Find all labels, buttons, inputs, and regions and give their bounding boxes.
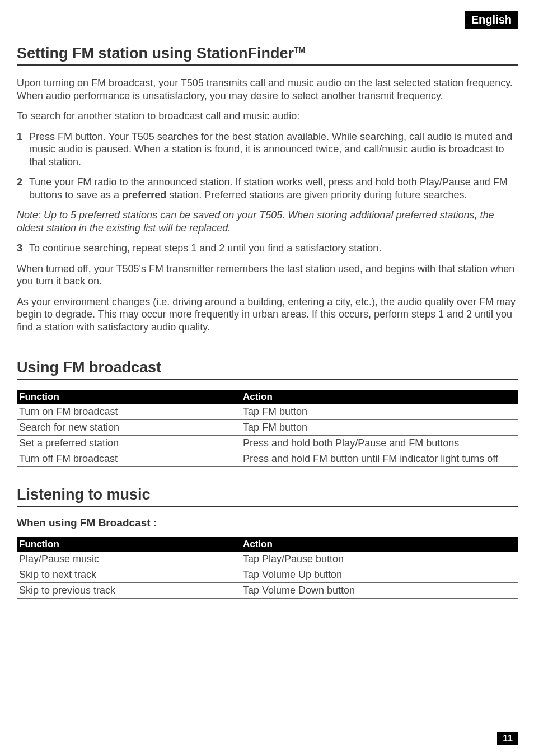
fm-broadcast-table: Function Action Turn on FM broadcast Tap… bbox=[17, 390, 518, 467]
table-row: Set a preferred station Press and hold b… bbox=[17, 436, 518, 451]
section3-subtitle: When using FM Broadcast : bbox=[17, 517, 518, 529]
section1-p2: To search for another station to broadca… bbox=[17, 110, 518, 123]
step2-text: Tune your FM radio to the announced stat… bbox=[29, 176, 518, 201]
section1-note: Note: Up to 5 preferred stations can be … bbox=[17, 209, 518, 234]
section1-p1: Upon turning on FM broadcast, your T505 … bbox=[17, 77, 518, 102]
section1-step3-list: 3 To continue searching, repeat steps 1 … bbox=[17, 242, 518, 255]
tm-symbol: TM bbox=[294, 45, 305, 54]
table-row: Skip to next track Tap Volume Up button bbox=[17, 567, 518, 583]
step3-num: 3 bbox=[17, 242, 27, 255]
section1-steps: 1 Press FM button. Your T505 searches fo… bbox=[17, 130, 518, 202]
step1-text: Press FM button. Your T505 searches for … bbox=[29, 130, 518, 169]
section2-heading: Using FM broadcast bbox=[17, 359, 518, 380]
table-row: Turn off FM broadcast Press and hold FM … bbox=[17, 451, 518, 467]
section1-p4: As your environment changes (i.e. drivin… bbox=[17, 296, 518, 334]
step1: 1 Press FM button. Your T505 searches fo… bbox=[17, 130, 518, 169]
step1-num: 1 bbox=[17, 130, 27, 169]
section1-p3: When turned off, your T505's FM transmit… bbox=[17, 263, 518, 288]
table-row: Turn on FM broadcast Tap FM button bbox=[17, 404, 518, 420]
step2-num: 2 bbox=[17, 176, 27, 201]
section1-title-text: Setting FM station using StationFinder bbox=[17, 45, 294, 62]
language-tag: English bbox=[465, 11, 518, 29]
table-row: Play/Pause music Tap Play/Pause button bbox=[17, 552, 518, 567]
section1-heading: Setting FM station using StationFinderTM bbox=[17, 45, 518, 66]
step2: 2 Tune your FM radio to the announced st… bbox=[17, 176, 518, 201]
table2-header-function: Function bbox=[17, 537, 241, 552]
section3-heading: Listening to music bbox=[17, 486, 518, 507]
table1-header-function: Function bbox=[17, 390, 241, 404]
music-table: Function Action Play/Pause music Tap Pla… bbox=[17, 537, 518, 599]
step3-text: To continue searching, repeat steps 1 an… bbox=[29, 242, 518, 255]
table-row: Search for new station Tap FM button bbox=[17, 420, 518, 436]
page-number: 11 bbox=[497, 732, 518, 745]
table2-header-action: Action bbox=[241, 537, 518, 552]
table1-header-action: Action bbox=[241, 390, 518, 404]
table-row: Skip to previous track Tap Volume Down b… bbox=[17, 583, 518, 599]
step3: 3 To continue searching, repeat steps 1 … bbox=[17, 242, 518, 255]
